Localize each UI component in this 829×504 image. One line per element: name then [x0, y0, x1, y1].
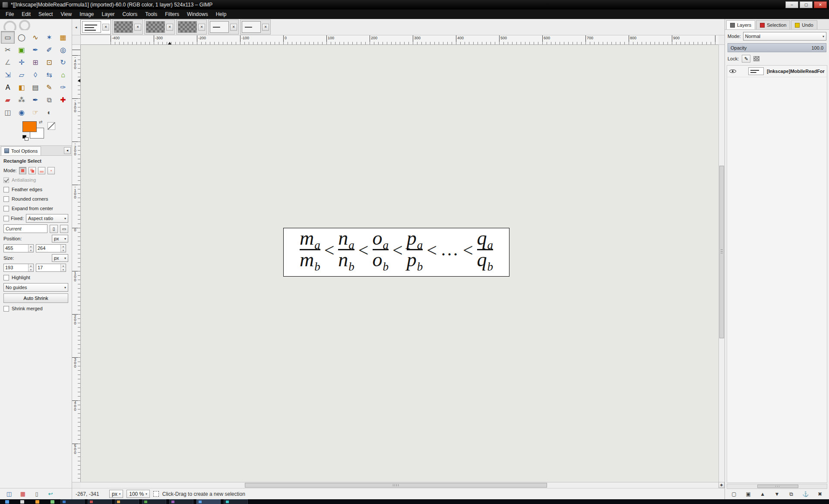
size-height-stepper[interactable]: 17 ▲ ▼: [36, 264, 66, 272]
clone-tool[interactable]: ⧉: [42, 94, 56, 106]
taskbar-icon[interactable]: [5, 500, 9, 504]
color-picker-tool[interactable]: ✐: [42, 44, 56, 56]
dodge-burn-tool[interactable]: ◐: [42, 106, 56, 119]
dock-tab-selection[interactable]: Selection: [756, 20, 790, 29]
tab-scroll-left-button[interactable]: ◂: [73, 21, 79, 34]
vertical-ruler[interactable]: -400-300-200-1000100200300400500: [72, 45, 81, 482]
portrait-orientation-button[interactable]: ▯: [50, 225, 58, 233]
undo-history-icon[interactable]: ↩: [46, 490, 55, 498]
spin-down-icon[interactable]: ▼: [28, 249, 33, 252]
alignment-tool[interactable]: ⊞: [28, 56, 42, 69]
image-tab-4[interactable]: ✕: [176, 19, 207, 35]
free-select-tool[interactable]: ∿: [28, 31, 42, 44]
tool-options-tab[interactable]: Tool Options: [1, 146, 41, 155]
default-colors-icon[interactable]: [22, 135, 29, 141]
spin-up-icon[interactable]: ▲: [61, 264, 66, 268]
navigation-cross-button[interactable]: ✚: [718, 482, 725, 488]
horizontal-ruler[interactable]: -400-300-200-100010020030040050060070080…: [81, 35, 718, 45]
taskbar-item[interactable]: [196, 499, 221, 504]
image-tab-1[interactable]: ✕: [80, 19, 111, 35]
landscape-orientation-button[interactable]: ▭: [60, 225, 68, 233]
dock-horizontal-scrollbar[interactable]: [727, 484, 827, 489]
zoom-dropdown[interactable]: 100 % ▾: [127, 490, 150, 498]
panel-collapse-button[interactable]: ◂: [64, 147, 71, 154]
dock-tab-layers[interactable]: Layers: [726, 20, 755, 29]
antialiasing-checkbox[interactable]: Antialiasing: [3, 176, 68, 184]
scale-tool[interactable]: ⇲: [1, 69, 15, 81]
image-layer[interactable]: ma mb < na nb < oa: [283, 228, 509, 277]
menu-help[interactable]: Help: [212, 10, 231, 19]
ruler-corner-button[interactable]: [72, 35, 81, 45]
spin-up-icon[interactable]: ▲: [61, 245, 66, 249]
guides-dropdown[interactable]: No guides ▾: [3, 283, 68, 292]
layer-thumbnail[interactable]: [748, 67, 764, 75]
layer-row[interactable]: [Inkscape]MobileReadFormula1: [727, 66, 827, 77]
rectangle-select-tool[interactable]: ▭: [1, 31, 15, 44]
measure-tool[interactable]: ∠: [1, 56, 15, 69]
taskbar-item[interactable]: [224, 499, 248, 504]
taskbar-item[interactable]: [115, 499, 139, 504]
menu-file[interactable]: File: [2, 10, 18, 19]
mode-replace-icon[interactable]: [19, 167, 26, 174]
size-width-stepper[interactable]: 193 ▲ ▼: [3, 264, 34, 272]
eraser-tool[interactable]: ▰: [1, 94, 15, 106]
maximize-button[interactable]: ▢: [800, 1, 813, 8]
spin-down-icon[interactable]: ▼: [28, 268, 33, 272]
cage-transform-tool[interactable]: ⌂: [56, 69, 70, 81]
lock-pixels-button[interactable]: ✎: [742, 55, 750, 63]
foreground-select-tool[interactable]: ▣: [15, 44, 28, 56]
taskbar-item[interactable]: [60, 499, 85, 504]
vertical-scrollbar[interactable]: [718, 45, 725, 482]
spin-down-icon[interactable]: ▼: [61, 249, 66, 252]
foreground-color-swatch[interactable]: [22, 121, 37, 132]
layer-visibility-eye-icon[interactable]: [729, 68, 736, 74]
menu-view[interactable]: View: [57, 10, 76, 19]
palette-icon[interactable]: ▦: [18, 490, 28, 498]
vertical-scrollbar-thumb[interactable]: [719, 166, 724, 338]
rotate-tool[interactable]: ↻: [56, 56, 70, 69]
shear-tool[interactable]: ▱: [15, 69, 28, 81]
spinner-arrows[interactable]: ▲ ▼: [28, 264, 33, 271]
paths-tool[interactable]: ✒: [28, 44, 42, 56]
minimize-button[interactable]: ‒: [785, 1, 798, 8]
new-layer-button[interactable]: ▢: [728, 490, 740, 499]
size-unit-dropdown[interactable]: px ▾: [52, 254, 68, 262]
fixed-type-dropdown[interactable]: Aspect ratio ▾: [26, 214, 68, 223]
auto-shrink-button[interactable]: Auto Shrink: [3, 293, 68, 303]
save-icon[interactable]: ◫: [4, 490, 14, 498]
menu-edit[interactable]: Edit: [18, 10, 35, 19]
spinner-arrows[interactable]: ▲ ▼: [60, 264, 66, 271]
feather-edges-checkbox[interactable]: Feather edges: [3, 186, 68, 193]
tab-close-button[interactable]: ✕: [262, 24, 269, 31]
spin-down-icon[interactable]: ▼: [61, 268, 66, 272]
image-tab-2[interactable]: ✕: [112, 19, 143, 35]
text-tool[interactable]: A: [1, 81, 15, 94]
brush-preview-icon[interactable]: [47, 122, 55, 130]
image-canvas[interactable]: ma mb < na nb < oa: [81, 45, 718, 482]
menu-image[interactable]: Image: [76, 10, 98, 19]
trash-icon[interactable]: ▯: [32, 490, 41, 498]
delete-layer-button[interactable]: ✖: [814, 490, 826, 499]
fixed-checkbox[interactable]: Fixed:: [3, 214, 24, 222]
lock-alpha-button[interactable]: [753, 56, 759, 61]
unit-dropdown[interactable]: px ▾: [109, 490, 123, 498]
image-tab-6[interactable]: ✕: [240, 19, 271, 35]
dock-scrollbar-thumb[interactable]: [757, 485, 798, 488]
paintbrush-tool[interactable]: ✑: [56, 81, 70, 94]
mode-intersect-icon[interactable]: [47, 167, 55, 174]
anchor-layer-button[interactable]: ⚓: [800, 490, 811, 499]
taskbar-item[interactable]: [88, 499, 112, 504]
horizontal-scrollbar[interactable]: [81, 482, 718, 488]
shrink-merged-checkbox[interactable]: Shrink merged: [3, 305, 68, 312]
taskbar-item[interactable]: [169, 499, 193, 504]
spin-up-icon[interactable]: ▲: [28, 245, 33, 249]
dock-tab-undo[interactable]: Undo: [791, 20, 817, 29]
smudge-tool[interactable]: ☞: [28, 106, 42, 119]
horizontal-scrollbar-thumb[interactable]: [245, 483, 547, 488]
crop-tool[interactable]: ⊡: [42, 56, 56, 69]
image-tab-5[interactable]: ✕: [208, 19, 239, 35]
scissors-select-tool[interactable]: ✂: [1, 44, 15, 56]
ink-tool[interactable]: ✒: [28, 94, 42, 106]
tab-close-button[interactable]: ✕: [230, 24, 237, 31]
duplicate-layer-button[interactable]: ⧉: [786, 490, 797, 499]
